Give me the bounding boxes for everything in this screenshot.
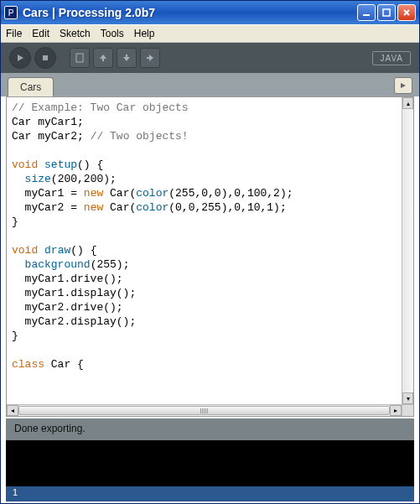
menu-file[interactable]: File bbox=[6, 28, 22, 39]
export-button[interactable] bbox=[140, 48, 160, 68]
svg-rect-0 bbox=[363, 14, 370, 16]
toolbar: JAVA bbox=[1, 43, 419, 73]
code-text: Car myCar1; bbox=[12, 116, 84, 128]
stop-button[interactable] bbox=[34, 47, 56, 69]
console[interactable] bbox=[6, 440, 414, 486]
code-keyword: void bbox=[12, 158, 38, 171]
svg-rect-8 bbox=[102, 58, 104, 61]
menu-edit[interactable]: Edit bbox=[32, 28, 49, 39]
code-comment: // Two objects! bbox=[91, 130, 189, 143]
menu-tools[interactable]: Tools bbox=[101, 28, 124, 39]
close-button[interactable] bbox=[397, 4, 416, 21]
mode-selector[interactable]: JAVA bbox=[372, 51, 411, 65]
svg-rect-6 bbox=[76, 54, 83, 62]
code-function: color bbox=[136, 187, 169, 200]
svg-marker-4 bbox=[18, 55, 23, 61]
titlebar[interactable]: P Cars | Processing 2.0b7 bbox=[1, 1, 419, 24]
code-function: color bbox=[136, 201, 169, 214]
code-comment: // Example: Two Car objects bbox=[12, 101, 189, 114]
save-button[interactable] bbox=[117, 48, 137, 68]
status-bar: Done exporting. bbox=[6, 418, 414, 440]
scroll-left-button[interactable]: ◂ bbox=[7, 405, 18, 416]
svg-marker-13 bbox=[401, 83, 406, 88]
app-icon: P bbox=[4, 6, 18, 19]
menu-sketch[interactable]: Sketch bbox=[60, 28, 91, 39]
window-controls bbox=[357, 4, 416, 21]
scroll-right-button[interactable]: ▸ bbox=[390, 405, 402, 416]
menubar: File Edit Sketch Tools Help bbox=[1, 24, 419, 43]
tab-menu-button[interactable] bbox=[394, 77, 412, 94]
code-function: draw bbox=[44, 244, 70, 257]
svg-rect-12 bbox=[147, 57, 150, 59]
svg-rect-5 bbox=[43, 55, 48, 60]
code-function: setup bbox=[44, 158, 77, 171]
editor-area: // Example: Two Car objects Car myCar1; … bbox=[6, 96, 414, 417]
vertical-scrollbar[interactable]: ▴ ▾ bbox=[402, 97, 413, 404]
code-keyword: new bbox=[84, 187, 103, 200]
scroll-down-button[interactable]: ▾ bbox=[402, 392, 413, 404]
tab-row: Cars bbox=[1, 73, 419, 96]
status-text: Done exporting. bbox=[14, 423, 86, 434]
scroll-thumb[interactable] bbox=[18, 406, 390, 415]
scroll-track[interactable] bbox=[18, 405, 390, 416]
new-button[interactable] bbox=[70, 48, 90, 68]
code-keyword: void bbox=[12, 244, 38, 257]
code-keyword: class bbox=[12, 358, 44, 371]
maximize-button[interactable] bbox=[377, 4, 396, 21]
code-keyword: new bbox=[84, 201, 103, 214]
footer-bar: 1 bbox=[6, 486, 414, 501]
minimize-button[interactable] bbox=[357, 4, 376, 21]
code-function: background bbox=[25, 258, 91, 271]
app-window: P Cars | Processing 2.0b7 File Edit Sket… bbox=[0, 0, 420, 504]
tab-cars[interactable]: Cars bbox=[8, 77, 54, 96]
svg-rect-10 bbox=[126, 55, 127, 58]
code-function: size bbox=[25, 173, 51, 185]
line-number: 1 bbox=[13, 487, 18, 497]
menu-help[interactable]: Help bbox=[134, 28, 155, 39]
scroll-up-button[interactable]: ▴ bbox=[402, 97, 413, 109]
run-button[interactable] bbox=[9, 47, 31, 69]
code-text: Car myCar2; bbox=[12, 130, 91, 143]
scroll-corner bbox=[402, 404, 413, 416]
window-title: Cars | Processing 2.0b7 bbox=[23, 6, 357, 19]
open-button[interactable] bbox=[93, 48, 113, 68]
horizontal-scrollbar[interactable]: ◂ ▸ bbox=[7, 404, 402, 416]
code-editor[interactable]: // Example: Two Car objects Car myCar1; … bbox=[8, 99, 402, 404]
svg-rect-1 bbox=[383, 9, 390, 16]
